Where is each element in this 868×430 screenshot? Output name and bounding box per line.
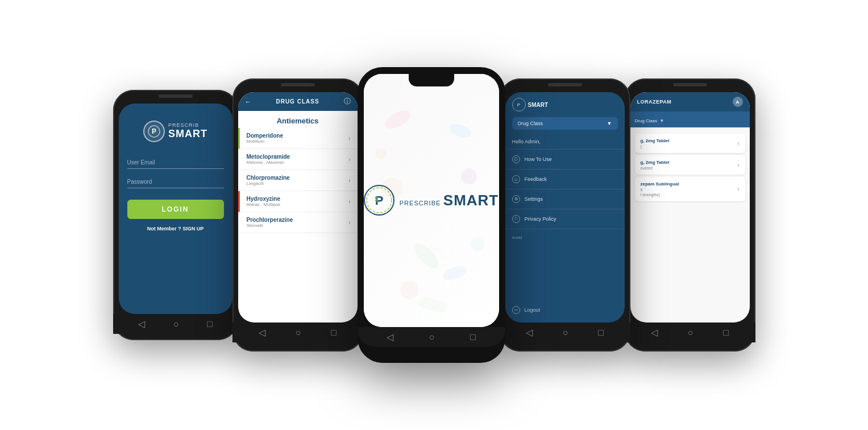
svg-point-8 <box>400 281 418 299</box>
login-button[interactable]: LOGIN <box>127 200 224 219</box>
square-nav-icon[interactable]: □ <box>207 319 213 329</box>
svg-text:$: $ <box>375 196 378 202</box>
phone-splash: P $ PRESCRIBE SMART ◁ ○ □ <box>358 67 505 363</box>
phones-container: P $ PRESCRIB SMART LOGIN <box>0 0 868 430</box>
list-item[interactable]: g, 2mg Tablet overed › <box>635 155 745 175</box>
email-input[interactable] <box>127 156 224 169</box>
home-nav-icon[interactable]: ○ <box>173 319 179 329</box>
splash-smart: SMART <box>443 192 499 209</box>
square-nav-icon[interactable]: □ <box>470 332 476 342</box>
menu-item-feedback[interactable]: ☺ Feedback <box>505 169 625 189</box>
drug-name: Metoclopramide <box>247 154 290 160</box>
password-input[interactable] <box>127 176 224 188</box>
home-nav-icon[interactable]: ○ <box>688 328 693 338</box>
svg-text:$: $ <box>153 129 156 134</box>
found-text: ound <box>505 229 625 246</box>
signup-link[interactable]: SIGN UP <box>182 226 203 231</box>
menu-logo-icon: P <box>512 98 526 111</box>
drug-detail-sub: overed <box>641 166 670 170</box>
drug-brand: Motillium <box>247 139 283 144</box>
list-item[interactable]: Domperidone Motillium › <box>238 128 358 149</box>
svg-point-11 <box>471 238 484 251</box>
svg-point-3 <box>382 106 413 133</box>
hello-admin: Hello Admin, <box>505 134 625 150</box>
menu-item-how-to-use[interactable]: ⓘ How To Use <box>505 150 625 169</box>
drug-detail-name: zepam Sublingual <box>641 181 679 187</box>
drug-name: Prochlorperazine <box>247 217 293 223</box>
back-nav-icon[interactable]: ◁ <box>526 327 533 338</box>
list-item[interactable]: Hydroxyzine Atarax , Multipax › <box>238 191 358 212</box>
menu-item-privacy[interactable]: ⚐ Privacy Policy <box>505 209 625 229</box>
list-item[interactable]: zepam Sublingual h l strengths) › <box>635 177 745 201</box>
chevron-right-icon: › <box>348 199 350 205</box>
splash-logo: P $ PRESCRIBE SMART <box>364 185 499 216</box>
svg-point-4 <box>447 122 472 140</box>
chevron-right-icon: › <box>737 186 739 192</box>
back-nav-icon[interactable]: ◁ <box>387 332 393 342</box>
splash-prescribe: PRESCRIBE <box>400 200 441 206</box>
drug-detail-name: g, 2mg Tablet <box>641 138 670 143</box>
list-item[interactable]: Chlorpromazine Largactil › <box>238 170 358 191</box>
chevron-right-icon: › <box>737 140 739 147</box>
drug-detail-name: g, 2mg Tablet <box>641 160 670 165</box>
chevron-right-icon: › <box>348 156 350 163</box>
info-button[interactable]: ⓘ <box>344 97 351 106</box>
svg-point-9 <box>441 263 468 283</box>
drug-brand: Stemetil <box>247 223 293 228</box>
privacy-icon: ⚐ <box>512 215 520 223</box>
menu-item-settings[interactable]: ⚙ Settings <box>505 189 625 209</box>
drug-detail-sub: ) <box>641 144 670 148</box>
privacy-label: Privacy Policy <box>525 216 556 222</box>
drug-detail-sub: h <box>641 188 679 192</box>
drug-detail-list: g, 2mg Tablet ) › g, 2mg Tablet overed ›… <box>630 129 750 206</box>
logout-item[interactable]: ⇦ Logout <box>505 300 547 320</box>
logo-smart: SMART <box>168 129 207 140</box>
settings-icon: ⚙ <box>512 195 520 203</box>
drug-name: Chlorpromazine <box>247 175 290 181</box>
drug-class-filter[interactable]: Drug Class <box>635 118 658 123</box>
logo-area: P $ PRESCRIB SMART <box>143 121 207 142</box>
back-nav-icon[interactable]: ◁ <box>259 327 265 338</box>
list-item[interactable]: Prochlorperazine Stemetil › <box>238 212 358 233</box>
svg-point-10 <box>375 148 387 159</box>
feedback-icon: ☺ <box>512 175 520 183</box>
drug-name: Domperidone <box>247 133 283 139</box>
logout-label: Logout <box>525 307 541 313</box>
back-nav-icon[interactable]: ◁ <box>138 319 145 329</box>
dropdown-label: Drug Class <box>518 121 543 126</box>
svg-point-6 <box>461 168 477 184</box>
drug-detail-header: LORAZEPAM A <box>630 92 750 111</box>
phone-login: P $ PRESCRIB SMART LOGIN <box>113 90 238 340</box>
splash-content: P $ PRESCRIBE SMART <box>364 74 499 327</box>
notch <box>409 74 454 86</box>
square-nav-icon[interactable]: □ <box>331 328 337 338</box>
signup-text: Not Member ? SIGN UP <box>147 226 204 231</box>
logo-icon: P $ <box>143 121 165 142</box>
drug-brand: Largactil <box>247 181 290 186</box>
feedback-label: Feedback <box>525 176 547 182</box>
list-item[interactable]: g, 2mg Tablet ) › <box>635 134 745 153</box>
square-nav-icon[interactable]: □ <box>598 328 604 338</box>
drug-class-dropdown[interactable]: Drug Class ▼ <box>512 117 618 130</box>
home-nav-icon[interactable]: ○ <box>563 328 568 338</box>
splash-logo-text: PRESCRIBE SMART <box>400 192 499 209</box>
drug-list: Domperidone Motillium › Metoclopramide M… <box>238 128 358 233</box>
home-nav-icon[interactable]: ○ <box>429 332 435 342</box>
chevron-right-icon: › <box>737 162 739 168</box>
chevron-right-icon: › <box>348 177 350 184</box>
email-field-container <box>127 156 224 169</box>
logout-icon: ⇦ <box>512 306 520 314</box>
list-item[interactable]: Metoclopramide Metonia , Maxeran › <box>238 149 358 170</box>
dropdown-arrow-icon: ▼ <box>607 121 612 126</box>
how-to-use-label: How To Use <box>525 156 552 162</box>
drug-class-title: DRUG CLASS <box>276 98 319 105</box>
phone-drug-detail: LORAZEPAM A Drug Class ▼ g, 2mg Tablet )… <box>625 78 755 352</box>
square-nav-icon[interactable]: □ <box>723 328 729 338</box>
how-to-use-icon: ⓘ <box>512 155 520 163</box>
menu-header: P SMART <box>505 92 625 117</box>
svg-rect-12 <box>417 296 447 314</box>
home-nav-icon[interactable]: ○ <box>296 328 301 338</box>
back-button[interactable]: ← <box>245 98 252 106</box>
settings-label: Settings <box>525 196 543 202</box>
back-nav-icon[interactable]: ◁ <box>651 327 658 338</box>
